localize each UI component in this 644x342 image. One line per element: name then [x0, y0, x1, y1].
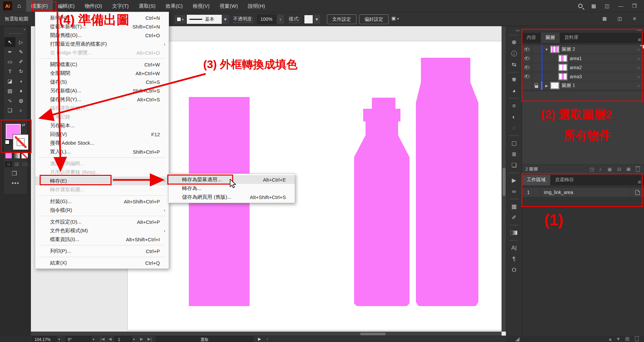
layer-row[interactable]: area2○	[522, 63, 644, 72]
file-menu-item-24[interactable]: 指令檔(R)›	[35, 206, 169, 214]
delete-layer-icon[interactable]	[636, 168, 640, 172]
expand-dock-icon[interactable]: ««	[516, 28, 522, 33]
none-mode-button[interactable]	[21, 153, 28, 159]
new-asset-icon[interactable]: ⊞	[625, 336, 630, 342]
rectangle-tool[interactable]: ▭	[4, 57, 15, 66]
layer-thumbnail[interactable]	[559, 64, 567, 71]
tab-資料庫[interactable]: 資料庫	[560, 33, 583, 43]
collect-for-export-icon[interactable]: ◳	[590, 166, 594, 172]
panel-toggle-icon[interactable]: ◫	[617, 16, 622, 21]
dock-drag-handle[interactable]	[510, 35, 518, 35]
menubar-item-window[interactable]: 視窗(W)	[215, 0, 243, 12]
grid-panel-icon[interactable]: ▦	[602, 16, 607, 21]
locate-object-icon[interactable]: ⌕	[599, 166, 602, 172]
status-play-icon[interactable]: ▶	[258, 336, 261, 342]
asset-export-icon[interactable]: ⇆	[508, 59, 520, 70]
vertical-scrollbar-thumb[interactable]	[503, 168, 506, 196]
magic-wand-tool[interactable]: ◖	[15, 76, 27, 86]
restore-icon[interactable]: ❐	[632, 3, 637, 9]
dock-drag-handle[interactable]	[510, 240, 518, 241]
export-submenu-item-2[interactable]: 儲存為網頁用 (舊版)...Alt+Shift+Ctrl+S	[169, 193, 295, 201]
file-menu-item-28[interactable]: 檔案資訊(I)...Alt+Shift+Ctrl+I	[35, 235, 169, 244]
lock-toggle[interactable]	[532, 72, 541, 81]
visibility-toggle[interactable]	[522, 72, 532, 81]
rotation-field[interactable]: 0°	[65, 336, 91, 342]
visibility-toggle[interactable]	[522, 81, 532, 90]
last-artboard-icon[interactable]: ▶|	[147, 336, 152, 342]
opentype-icon[interactable]: O	[508, 264, 520, 276]
previous-artboard-icon[interactable]: ◀	[109, 336, 112, 342]
status-collapse-icon[interactable]: ‹	[267, 336, 268, 342]
stroke-color-dropdown[interactable]: ▾	[175, 15, 185, 23]
horizontal-scrollbar-thumb[interactable]	[360, 333, 386, 335]
layer-name[interactable]: 圖層 1	[562, 83, 633, 89]
style-chevron[interactable]: ▾	[313, 15, 320, 24]
file-menu-item-14[interactable]: 回復(V)F12	[35, 130, 169, 139]
artboards-icon[interactable]: ▦	[508, 201, 520, 212]
color-guide-icon[interactable]: ◕	[508, 85, 520, 96]
screen-mode-icon[interactable]: ❐	[12, 170, 17, 177]
stroke-icon[interactable]: ≡	[508, 100, 520, 111]
brushes-icon[interactable]: ✐	[508, 212, 520, 223]
artboard-name[interactable]: img_link_area	[541, 188, 631, 197]
lock-toggle[interactable]	[532, 45, 541, 54]
target-circle-icon[interactable]: ○	[633, 65, 644, 70]
menubar-item-edit[interactable]: 編輯(E)	[53, 0, 80, 12]
file-menu-item-6[interactable]: 關閉檔案(C)Ctrl+W	[35, 60, 169, 69]
gradient-tool[interactable]: ▧	[4, 86, 15, 96]
artboard-nav-field[interactable]: 1	[115, 336, 132, 342]
stroke-style-chevron[interactable]: ▾	[222, 15, 229, 24]
file-menu-item-27[interactable]: 文件色彩模式(M)›	[35, 226, 169, 235]
artboard-page-icon[interactable]	[635, 190, 640, 195]
dock-drag-handle[interactable]	[510, 173, 518, 173]
panel-menu-icon[interactable]: ≡	[638, 37, 644, 43]
swap-fill-stroke-icon[interactable]: ⇄	[22, 123, 25, 127]
file-menu-item-7[interactable]: 全部關閉Alt+Ctrl+W	[35, 69, 169, 78]
layer-thumbnail[interactable]	[559, 73, 567, 80]
visibility-toggle[interactable]	[522, 63, 532, 72]
target-circle-icon[interactable]: ○	[633, 56, 644, 61]
dock-drag-handle[interactable]	[510, 72, 518, 72]
file-menu-item-3[interactable]: 打開最近使用過的檔案(F)›	[35, 40, 169, 48]
zoom-chevron-icon[interactable]: ▾	[58, 336, 60, 342]
artboard-nav-chevron-icon[interactable]: ▾	[133, 336, 135, 342]
make-clipping-mask-icon[interactable]: ▣	[607, 166, 612, 172]
target-circle-icon[interactable]: ○	[633, 83, 644, 88]
type-tool[interactable]: T	[4, 66, 15, 76]
tab-資產轉存[interactable]: 資產轉存	[550, 175, 578, 185]
eraser-tool[interactable]: ◪	[4, 76, 15, 86]
color-icon[interactable]: ✾	[508, 74, 520, 85]
tab-圖層[interactable]: 圖層	[541, 33, 560, 43]
lock-toggle[interactable]	[532, 63, 541, 72]
zoom-level-field[interactable]: 104.17%	[32, 336, 57, 342]
illustrator-logo[interactable]: Ai	[3, 1, 12, 10]
arrange-documents-icon[interactable]: ◫	[605, 3, 609, 9]
file-menu-item-30[interactable]: 列印(P)...Ctrl+P	[35, 247, 169, 255]
lock-toggle[interactable]	[532, 54, 541, 63]
stroke-color-swatch[interactable]	[13, 135, 28, 150]
rotation-chevron-icon[interactable]: ▾	[93, 336, 94, 342]
transparency-icon[interactable]: ◐	[508, 111, 520, 123]
next-artboard-icon[interactable]: ▶	[140, 336, 143, 342]
selection-tool[interactable]: ↖	[4, 37, 15, 47]
layer-name[interactable]: area2	[570, 65, 633, 70]
curvature-tool[interactable]: ✎	[15, 47, 27, 57]
delete-asset-icon[interactable]	[635, 337, 639, 341]
dock-drag-handle[interactable]	[510, 199, 518, 199]
edit-toolbar-icon[interactable]: •••	[12, 180, 19, 186]
document-setup-button[interactable]: 文件設定	[327, 14, 356, 24]
file-menu-item-32[interactable]: 結束(X)Ctrl+Q	[35, 258, 169, 267]
vertical-scrollbar[interactable]	[502, 26, 506, 332]
file-menu-item-13[interactable]: 另存範本...	[35, 121, 169, 130]
bottle-shape-large[interactable]	[416, 58, 478, 306]
workspace-switcher-icon[interactable]: ▦	[591, 3, 596, 9]
artboard-row[interactable]: 1 img_link_area	[522, 187, 644, 197]
home-icon[interactable]: ⌂	[12, 2, 26, 9]
file-menu-item-9[interactable]: 另存新檔(A)...Shift+Ctrl+S	[35, 86, 169, 95]
file-menu-item-0[interactable]: 新增(N)...Ctrl+N	[35, 13, 169, 22]
file-menu-item-26[interactable]: 文件設定(D)...Alt+Ctrl+P	[35, 217, 169, 226]
file-menu-item-10[interactable]: 儲存拷貝(Y)...Alt+Ctrl+S	[35, 95, 169, 104]
transform-icon[interactable]: ▢	[508, 138, 520, 149]
layer-thumbnail[interactable]	[559, 55, 567, 62]
opacity-expand-arrow[interactable]: ›	[277, 15, 284, 24]
